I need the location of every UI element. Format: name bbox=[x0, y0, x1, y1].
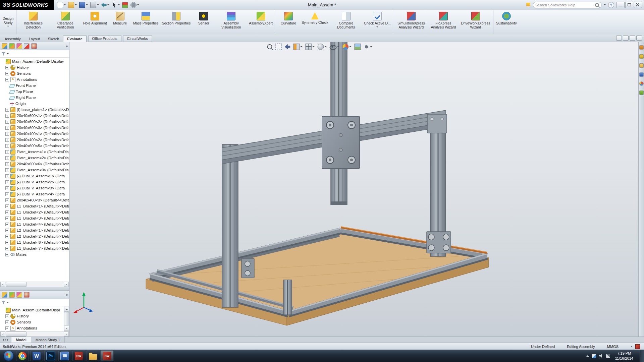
left-column-extrusion[interactable] bbox=[222, 144, 238, 307]
view-tool-button[interactable] bbox=[267, 44, 272, 49]
taskbar-app-button[interactable]: SW bbox=[101, 351, 113, 361]
tab-scroll-first-icon[interactable] bbox=[2, 339, 4, 341]
ribbon-button[interactable]: Curvature bbox=[277, 10, 300, 34]
ribbon-button[interactable]: SimulationXpress Analysis Wizard bbox=[395, 10, 427, 34]
tree-expand-toggle[interactable] bbox=[5, 150, 9, 154]
document-window-button[interactable] bbox=[616, 36, 622, 41]
taskbar-app-button[interactable] bbox=[2, 351, 15, 361]
action-center-icon[interactable] bbox=[592, 354, 596, 358]
window-control-button[interactable] bbox=[634, 2, 642, 8]
help-flag-icon[interactable] bbox=[526, 3, 531, 7]
tree-expand-toggle[interactable] bbox=[5, 235, 9, 238]
tree-expand-toggle[interactable] bbox=[5, 168, 9, 172]
show-desktop-button[interactable] bbox=[640, 350, 644, 362]
tree-item[interactable]: L2_Bracket<2> (Default<<Defa bbox=[0, 233, 69, 239]
quick-toolbar-button[interactable] bbox=[122, 2, 128, 8]
view-tool-button[interactable] bbox=[285, 44, 290, 50]
command-tab[interactable]: CircuitWorks bbox=[123, 35, 152, 42]
units-caret-icon[interactable] bbox=[631, 346, 633, 348]
ribbon-button[interactable]: Sustainability bbox=[494, 10, 519, 34]
z-carriage-plate[interactable] bbox=[322, 116, 360, 169]
tree-item[interactable]: 20x40x400<3> (Default<<Defa bbox=[0, 197, 69, 203]
tree-item[interactable]: Right Plane bbox=[0, 95, 69, 101]
tree-item[interactable]: Plate_Assem<2> (Default<Disp bbox=[0, 155, 69, 161]
tree-expand-toggle[interactable] bbox=[5, 126, 9, 130]
tree-item[interactable]: 20x40x400<2> (Default<<Defa bbox=[0, 137, 69, 143]
tree-expand-toggle[interactable] bbox=[5, 247, 9, 250]
taskbar-app-button[interactable] bbox=[87, 351, 99, 361]
task-pane-tab-icon[interactable] bbox=[639, 72, 644, 77]
panel-tab-icon[interactable] bbox=[9, 292, 15, 298]
tree-item[interactable]: Plate_Assem<3> (Default<Disp bbox=[0, 167, 69, 173]
ribbon-button[interactable]: Assembly Visualization bbox=[215, 10, 247, 34]
tree-item[interactable]: L2_Bracket<1> (Default<<Defa bbox=[0, 227, 69, 233]
tree-item[interactable]: Sensors bbox=[0, 319, 64, 325]
ribbon-button[interactable]: Mass Properties bbox=[131, 10, 160, 34]
view-tool-button[interactable] bbox=[355, 44, 361, 50]
window-control-button[interactable] bbox=[625, 2, 633, 8]
taskbar-app-button[interactable]: SW bbox=[72, 351, 85, 361]
scrollbar-thumb[interactable] bbox=[6, 282, 26, 287]
tree-expand-toggle[interactable] bbox=[5, 156, 9, 160]
status-tag-icon[interactable] bbox=[635, 344, 640, 349]
taskbar-app-button[interactable]: Ps bbox=[44, 351, 57, 361]
tree-expand-toggle[interactable] bbox=[5, 217, 9, 220]
ribbon-button[interactable]: Compare Documents bbox=[330, 10, 362, 34]
view-tool-button[interactable] bbox=[275, 44, 282, 50]
tree-item[interactable]: 20x40x600<1> (Default<<Defa bbox=[0, 113, 69, 119]
graphics-viewport[interactable] bbox=[69, 42, 639, 337]
scroll-right-button[interactable] bbox=[64, 282, 69, 287]
tree-item[interactable]: 20x40x600<3> (Default<<Defa bbox=[0, 125, 69, 131]
tree-item[interactable]: L1_Bracket<4> (Default<<Defa bbox=[0, 221, 69, 227]
scroll-right-button[interactable] bbox=[64, 331, 69, 337]
command-tab[interactable]: Sketch bbox=[44, 36, 63, 42]
tree-expand-toggle[interactable] bbox=[5, 192, 9, 196]
ribbon-button[interactable]: Interference Detection bbox=[17, 10, 49, 34]
panel-expand-chevron-icon[interactable]: » bbox=[66, 293, 67, 297]
quick-toolbar-button[interactable] bbox=[79, 2, 88, 8]
ribbon-button[interactable]: Symmetry Check bbox=[300, 10, 330, 34]
scroll-up-button[interactable] bbox=[64, 307, 69, 312]
tree-expand-toggle[interactable] bbox=[5, 253, 9, 256]
view-tool-button[interactable] bbox=[330, 44, 339, 50]
document-window-button[interactable] bbox=[630, 36, 635, 41]
taskbar-clock[interactable]: 7:19 PM 11/16/2014 bbox=[613, 351, 635, 361]
tree-item[interactable]: L1_Bracket<2> (Default<<Defa bbox=[0, 209, 69, 215]
panel-tab-icon[interactable] bbox=[2, 43, 7, 49]
panel-tab-icon[interactable] bbox=[2, 292, 7, 298]
tree-expand-toggle[interactable] bbox=[5, 66, 9, 69]
design-study-button[interactable]: Design Study bbox=[0, 10, 16, 35]
tree-item[interactable]: Top Plane bbox=[0, 88, 69, 95]
quick-toolbar-button[interactable] bbox=[101, 2, 109, 8]
panel-expand-chevron-icon[interactable]: » bbox=[66, 44, 67, 48]
tree-expand-toggle[interactable] bbox=[5, 180, 9, 184]
panel-tab-icon[interactable] bbox=[24, 43, 30, 49]
tree-horizontal-scrollbar-2[interactable] bbox=[0, 331, 69, 337]
scrollbar-thumb[interactable] bbox=[6, 331, 26, 337]
tree-expand-toggle[interactable] bbox=[5, 320, 9, 324]
filter-funnel-icon[interactable] bbox=[2, 52, 5, 56]
tree-item[interactable]: Plate_Assem<1> (Default<Disp bbox=[0, 149, 69, 155]
tree-item[interactable]: (-) Dual_v_Assem<4> (Defa bbox=[0, 191, 69, 197]
tree-expand-toggle[interactable] bbox=[5, 174, 9, 178]
tree-expand-toggle[interactable] bbox=[5, 114, 9, 118]
task-pane-tab-icon[interactable] bbox=[639, 90, 644, 95]
tab-scroll-left-icon[interactable] bbox=[4, 339, 6, 341]
tree-item[interactable]: L1_Bracket<1> (Default<<Defa bbox=[0, 203, 69, 209]
tree-expand-toggle[interactable] bbox=[5, 241, 9, 244]
search-input[interactable]: Search SolidWorks Help bbox=[533, 2, 601, 8]
tree-item[interactable]: Front Plane bbox=[0, 82, 69, 88]
network-icon[interactable] bbox=[606, 354, 610, 358]
search-scope-caret-icon[interactable] bbox=[604, 4, 606, 6]
ribbon-button[interactable]: Section Properties bbox=[160, 10, 192, 34]
tree-item[interactable]: Main_Assem (Default<Displ bbox=[0, 307, 64, 313]
tree-item[interactable]: History bbox=[0, 64, 69, 70]
scroll-left-button[interactable] bbox=[0, 331, 5, 337]
tree-expand-toggle[interactable] bbox=[5, 210, 9, 214]
model-tab[interactable]: Model bbox=[11, 337, 31, 343]
view-tool-button[interactable] bbox=[364, 44, 372, 50]
tree-horizontal-scrollbar[interactable] bbox=[0, 282, 69, 287]
tree-expand-toggle[interactable] bbox=[5, 108, 9, 112]
tab-scroll-right-icon[interactable] bbox=[7, 339, 9, 341]
tree-item[interactable]: History bbox=[0, 313, 64, 319]
